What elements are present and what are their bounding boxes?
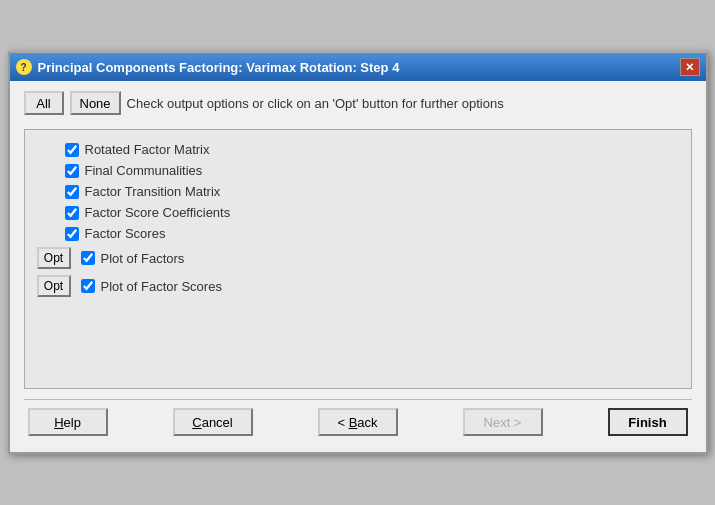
factor-transition-matrix-label[interactable]: Factor Transition Matrix [85, 184, 221, 199]
list-item: Final Communalities [37, 163, 679, 178]
opt-button-plot-factor-scores[interactable]: Opt [37, 275, 71, 297]
window-title: Principal Components Factoring: Varimax … [38, 60, 400, 75]
options-area: Rotated Factor Matrix Final Communalitie… [24, 129, 692, 389]
title-icon: ? [16, 59, 32, 75]
top-bar: All None Check output options or click o… [24, 91, 692, 115]
footer-buttons: Help Cancel < Back Next > Finish [24, 399, 692, 442]
rotated-factor-matrix-checkbox[interactable] [65, 143, 79, 157]
all-button[interactable]: All [24, 91, 64, 115]
help-button[interactable]: Help [28, 408, 108, 436]
rotated-factor-matrix-label[interactable]: Rotated Factor Matrix [85, 142, 210, 157]
factor-scores-label[interactable]: Factor Scores [85, 226, 166, 241]
factor-score-coefficients-checkbox[interactable] [65, 206, 79, 220]
close-button[interactable]: ✕ [680, 58, 700, 76]
plot-of-factors-label[interactable]: Plot of Factors [101, 251, 185, 266]
instruction-text: Check output options or click on an 'Opt… [127, 96, 504, 111]
plot-of-factors-checkbox[interactable] [81, 251, 95, 265]
final-communalities-label[interactable]: Final Communalities [85, 163, 203, 178]
factor-transition-matrix-checkbox[interactable] [65, 185, 79, 199]
plot-of-factor-scores-checkbox[interactable] [81, 279, 95, 293]
list-item: Rotated Factor Matrix [37, 142, 679, 157]
title-bar: ? Principal Components Factoring: Varima… [10, 53, 706, 81]
opt-button-plot-factors[interactable]: Opt [37, 247, 71, 269]
next-button[interactable]: Next > [463, 408, 543, 436]
list-item: Opt Plot of Factors [37, 247, 679, 269]
factor-scores-checkbox[interactable] [65, 227, 79, 241]
main-window: ? Principal Components Factoring: Varima… [8, 51, 708, 454]
none-button[interactable]: None [70, 91, 121, 115]
cancel-button[interactable]: Cancel [173, 408, 253, 436]
list-item: Factor Score Coefficients [37, 205, 679, 220]
final-communalities-checkbox[interactable] [65, 164, 79, 178]
list-item: Opt Plot of Factor Scores [37, 275, 679, 297]
list-item: Factor Transition Matrix [37, 184, 679, 199]
back-button[interactable]: < Back [318, 408, 398, 436]
finish-button[interactable]: Finish [608, 408, 688, 436]
factor-score-coefficients-label[interactable]: Factor Score Coefficients [85, 205, 231, 220]
content-area: All None Check output options or click o… [10, 81, 706, 452]
list-item: Factor Scores [37, 226, 679, 241]
plot-of-factor-scores-label[interactable]: Plot of Factor Scores [101, 279, 222, 294]
